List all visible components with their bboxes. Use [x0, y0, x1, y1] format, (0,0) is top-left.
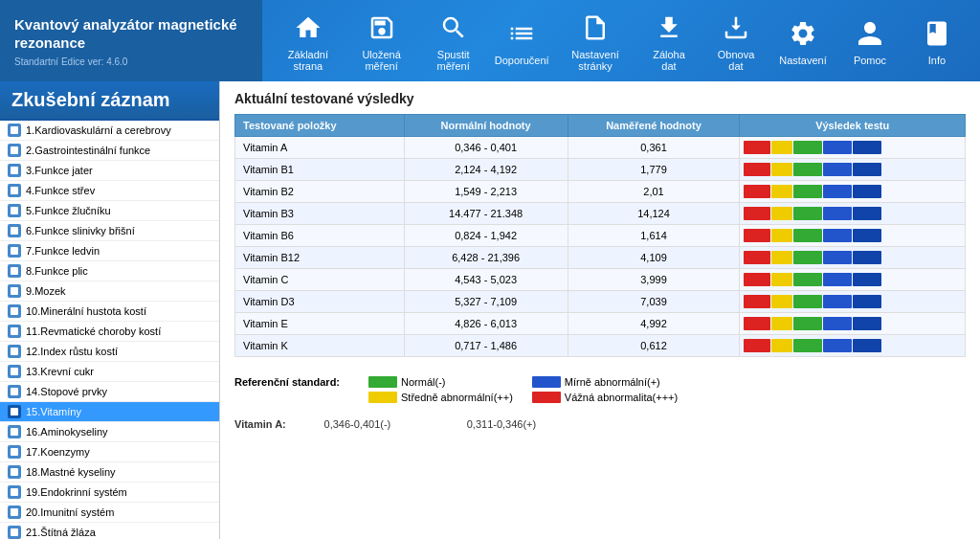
- sidebar-item-label-1: 1.Kardiovaskulární a cerebrovy: [26, 124, 171, 136]
- sidebar-item-10[interactable]: 10.Minerální hustota kostí: [0, 302, 219, 322]
- legend-color: [368, 376, 397, 388]
- sidebar-item-6[interactable]: 6.Funkce slinivky břišní: [0, 221, 219, 241]
- list-icon: [504, 16, 539, 51]
- bar-dark-blue: [853, 339, 881, 352]
- sidebar-item-14[interactable]: 14.Stopové prvky: [0, 382, 219, 402]
- cell-normal: 5,327 - 7,109: [404, 291, 568, 313]
- cell-normal: 1,549 - 2,213: [404, 181, 568, 203]
- sidebar-item-label-10: 10.Minerální hustota kostí: [26, 305, 146, 317]
- results-table: Testované položkyNormální hodnotyNaměřen…: [234, 114, 966, 357]
- cell-measured: 4,109: [568, 247, 740, 269]
- sidebar-item-8[interactable]: 8.Funkce plic: [0, 261, 219, 281]
- status-bar: [744, 315, 961, 332]
- table-row: Vitamin B3 14.477 - 21.348 14,124: [235, 203, 966, 225]
- nav-item-page-settings[interactable]: Nastavení stránky: [555, 3, 635, 79]
- nav-label-help: Pomoc: [854, 55, 886, 66]
- legend-color: [368, 392, 397, 403]
- bar-dark-blue: [853, 317, 881, 330]
- svg-rect-7: [11, 267, 18, 275]
- bar-green: [793, 207, 822, 220]
- svg-rect-0: [11, 126, 18, 134]
- sidebar-item-12[interactable]: 12.Index růstu kostí: [0, 342, 219, 362]
- bar-dark-blue: [853, 163, 881, 176]
- bar-green: [793, 251, 822, 264]
- nav-item-help[interactable]: Pomoc: [836, 9, 903, 74]
- nav-item-saved[interactable]: Uložená měření: [345, 3, 418, 79]
- cell-normal: 2,124 - 4,192: [404, 159, 568, 181]
- sidebar-item-label-16: 16.Aminokyseliny: [26, 426, 108, 438]
- item-icon-7: [8, 244, 21, 258]
- nav-item-info[interactable]: Info: [903, 9, 970, 74]
- bar-yellow: [771, 141, 792, 154]
- bar-dark-blue: [853, 273, 881, 286]
- cell-normal: 14.477 - 21.348: [404, 203, 568, 225]
- search-icon: [436, 11, 471, 45]
- nav-item-backup[interactable]: Záloha dat: [635, 3, 702, 79]
- bar-green: [793, 229, 822, 242]
- sidebar-item-7[interactable]: 7.Funkce ledvin: [0, 241, 219, 261]
- nav-item-start[interactable]: Spustit měření: [418, 3, 488, 79]
- nav-label-recommendations: Doporučení: [495, 55, 549, 66]
- legend-text: Mírně abnormální(+): [565, 376, 660, 388]
- sidebar-item-2[interactable]: 2.Gastrointestinální funkce: [0, 141, 219, 161]
- sidebar-item-13[interactable]: 13.Krevní cukr: [0, 362, 219, 382]
- item-icon-19: [8, 485, 21, 499]
- cell-normal: 6,428 - 21,396: [404, 247, 568, 269]
- sidebar-item-label-14: 14.Stopové prvky: [26, 386, 107, 397]
- sidebar-item-20[interactable]: 20.Imunitní systém: [0, 503, 219, 523]
- status-bar: [744, 227, 961, 244]
- sidebar-item-1[interactable]: 1.Kardiovaskulární a cerebrovy: [0, 121, 219, 141]
- bar-blue: [823, 317, 852, 330]
- legend-item: Mírně abnormální(+): [532, 376, 678, 388]
- nav-item-home[interactable]: Základní strana: [272, 3, 345, 79]
- nav-item-settings[interactable]: Nastavení: [769, 9, 836, 74]
- sidebar-item-21[interactable]: 21.Štítná žláza: [0, 523, 219, 539]
- nav-label-backup: Záloha dat: [649, 49, 689, 72]
- sidebar-item-11[interactable]: 11.Revmatické choroby kostí: [0, 322, 219, 342]
- sidebar-item-4[interactable]: 4.Funkce střev: [0, 181, 219, 201]
- sidebar-item-5[interactable]: 5.Funkce žlučníku: [0, 201, 219, 221]
- table-row: Vitamin B2 1,549 - 2,213 2,01: [235, 181, 966, 203]
- download-icon: [719, 11, 753, 45]
- cell-name: Vitamin B12: [235, 247, 405, 269]
- bar-yellow: [771, 339, 792, 352]
- bar-blue: [823, 251, 852, 264]
- legend-color: [532, 392, 561, 403]
- table-header: Výsledek testu: [740, 115, 966, 137]
- sidebar-item-16[interactable]: 16.Aminokyseliny: [0, 422, 219, 442]
- cell-bar: [740, 137, 966, 159]
- sidebar-item-18[interactable]: 18.Mastné kyseliny: [0, 462, 219, 483]
- sidebar-item-19[interactable]: 19.Endokrinní systém: [0, 483, 219, 503]
- svg-rect-15: [11, 428, 18, 436]
- bar-green: [793, 163, 822, 176]
- cell-measured: 3,999: [568, 269, 740, 291]
- item-icon-20: [8, 505, 21, 519]
- table-row: Vitamin B12 6,428 - 21,396 4,109: [235, 247, 966, 269]
- bar-red: [744, 339, 770, 352]
- item-icon-18: [8, 465, 21, 479]
- item-icon-8: [8, 264, 21, 278]
- bar-blue: [823, 273, 852, 286]
- table-row: Vitamin K 0,717 - 1,486 0,612: [235, 335, 966, 357]
- navigation: Základní strana Uložená měření Spustit m…: [262, 0, 980, 81]
- sidebar-item-9[interactable]: 9.Mozek: [0, 281, 219, 302]
- sidebar-item-3[interactable]: 3.Funkce jater: [0, 161, 219, 181]
- sidebar: Zkušební záznam 1.Kardiovaskulární a cer…: [0, 81, 220, 539]
- sidebar-item-15[interactable]: 15.Vitamíny: [0, 402, 219, 422]
- cell-measured: 0,361: [568, 137, 740, 159]
- cell-bar: [740, 181, 966, 203]
- nav-item-recommendations[interactable]: Doporučení: [488, 9, 555, 74]
- bar-blue: [823, 141, 852, 154]
- nav-item-restore[interactable]: Obnova dat: [702, 3, 769, 79]
- legend-item: Vážná abnormalita(+++): [532, 392, 678, 403]
- sidebar-item-label-6: 6.Funkce slinivky břišní: [26, 225, 135, 236]
- bar-blue: [823, 185, 852, 198]
- section-title: Aktuální testované výsledky: [234, 91, 966, 106]
- table-header: Normální hodnoty: [404, 115, 568, 137]
- brand: Kvantový analyzátor magnetické rezonance…: [0, 0, 262, 81]
- bar-red: [744, 317, 770, 330]
- svg-rect-11: [11, 348, 18, 355]
- table-row: Vitamin C 4,543 - 5,023 3,999: [235, 269, 966, 291]
- bar-green: [793, 185, 822, 198]
- sidebar-item-17[interactable]: 17.Koenzymy: [0, 442, 219, 462]
